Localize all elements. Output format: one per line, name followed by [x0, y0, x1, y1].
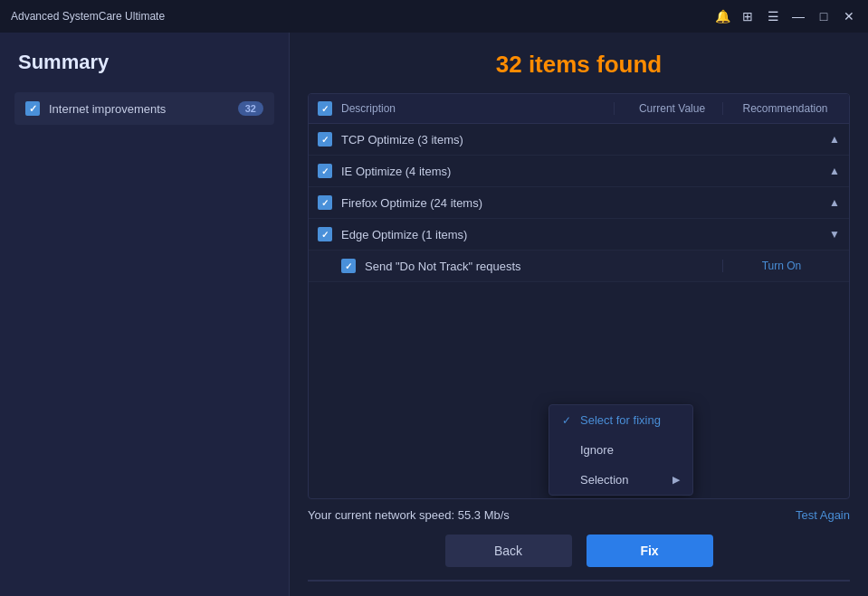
main-layout: Summary Internet improvements 32 32 item…	[0, 33, 868, 596]
sidebar-title: Summary	[14, 51, 274, 74]
context-menu-label: Selection	[580, 473, 628, 487]
row-label: IE Optimize (4 items)	[341, 165, 822, 178]
checkmark-icon: ✓	[562, 414, 575, 427]
sub-row-recommendation[interactable]: Turn On	[722, 260, 840, 272]
context-menu: ✓ Select for fixing Ignore Selection ▶	[548, 404, 693, 496]
speed-text: Your current network speed:	[308, 508, 454, 522]
table-row[interactable]: Firefox Optimize (24 items) ▲	[309, 187, 849, 219]
expand-icon[interactable]: ▲	[829, 133, 840, 146]
close-button[interactable]: ✕	[841, 8, 857, 24]
sub-row-label: Send "Do Not Track" requests	[365, 260, 614, 273]
menu-icon[interactable]: ☰	[765, 8, 781, 24]
table-row[interactable]: Edge Optimize (1 items) ▼	[309, 219, 849, 251]
sidebar: Summary Internet improvements 32	[0, 33, 290, 596]
maximize-button[interactable]: □	[816, 8, 832, 24]
back-button[interactable]: Back	[445, 535, 572, 567]
action-buttons: Back Fix	[308, 535, 850, 567]
content-area: 32 items found Description Current Value…	[290, 33, 868, 596]
expand-icon[interactable]: ▲	[829, 196, 840, 209]
footer: Your current network speed: 55.3 Mb/s Te…	[308, 508, 850, 522]
row-checkbox[interactable]	[318, 195, 332, 210]
row-checkbox[interactable]	[318, 227, 332, 241]
col-description-header: Description	[341, 102, 614, 115]
expand-icon[interactable]: ▲	[829, 165, 840, 177]
context-menu-item-selection[interactable]: Selection ▶	[549, 465, 692, 495]
row-label: Edge Optimize (1 items)	[341, 228, 822, 241]
sidebar-item-label: Internet improvements	[49, 102, 238, 116]
sidebar-item-badge: 32	[238, 101, 263, 116]
sub-row-checkbox[interactable]	[341, 259, 356, 273]
titlebar: Advanced SystemCare Ultimate 🔔 ⊞ ☰ — □ ✕	[0, 0, 868, 33]
expand-icon[interactable]: ▼	[829, 228, 840, 241]
fix-button[interactable]: Fix	[587, 535, 713, 567]
test-again-link[interactable]: Test Again	[796, 508, 850, 522]
table-row[interactable]: IE Optimize (4 items) ▲	[309, 156, 849, 187]
grid-icon[interactable]: ⊞	[739, 8, 756, 24]
row-label: Firefox Optimize (24 items)	[341, 196, 822, 210]
row-label: TCP Optimize (3 items)	[341, 133, 822, 147]
col-current-header: Current Value	[614, 102, 722, 115]
row-checkbox[interactable]	[318, 132, 332, 147]
network-speed: Your current network speed: 55.3 Mb/s	[308, 508, 510, 522]
items-found-title: 32 items found	[308, 51, 850, 79]
row-checkbox[interactable]	[318, 164, 332, 178]
sidebar-item-internet-improvements[interactable]: Internet improvements 32	[14, 92, 274, 125]
sub-table-row[interactable]: Send "Do Not Track" requests Turn On ✓ S…	[309, 251, 849, 282]
table-header: Description Current Value Recommendation	[309, 94, 849, 124]
col-recommendation-header: Recommendation	[722, 102, 840, 115]
minimize-button[interactable]: —	[790, 8, 806, 24]
bottom-divider	[308, 580, 850, 582]
context-menu-item-select-fixing[interactable]: ✓ Select for fixing	[549, 405, 692, 435]
context-menu-label: Select for fixing	[580, 413, 661, 427]
table-row[interactable]: TCP Optimize (3 items) ▲	[309, 124, 849, 156]
bell-icon[interactable]: 🔔	[714, 8, 730, 24]
app-title: Advanced SystemCare Ultimate	[11, 10, 165, 23]
speed-value: 55.3 Mb/s	[458, 508, 510, 522]
context-menu-item-ignore[interactable]: Ignore	[549, 435, 692, 465]
context-menu-label: Ignore	[580, 443, 614, 457]
window-controls: 🔔 ⊞ ☰ — □ ✕	[714, 8, 857, 24]
sidebar-item-checkbox[interactable]	[25, 101, 40, 116]
results-table: Description Current Value Recommendation…	[308, 93, 850, 499]
header-checkbox[interactable]	[318, 101, 332, 116]
submenu-arrow-icon: ▶	[672, 474, 680, 486]
